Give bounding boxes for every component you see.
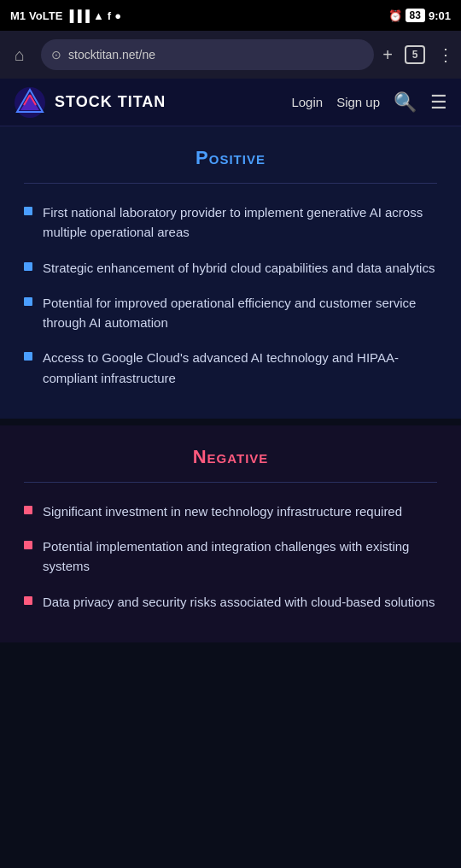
negative-title: Negative <box>24 446 437 468</box>
positive-item-4: Access to Google Cloud's advanced AI tec… <box>43 348 437 388</box>
browser-actions: + 5 ⋮ <box>382 44 454 65</box>
url-bar[interactable]: ⊙ stocktitan.net/ne <box>41 39 374 70</box>
list-item: Potential for improved operational effic… <box>24 293 437 333</box>
browser-bar: ⌂ ⊙ stocktitan.net/ne + 5 ⋮ <box>0 31 461 79</box>
nav-bar: STOCK TITAN Login Sign up 🔍 ☰ <box>0 79 461 126</box>
negative-bullet-list: Significant investment in new technology… <box>24 501 437 612</box>
url-text: stocktitan.net/ne <box>68 48 155 62</box>
list-item: Significant investment in new technology… <box>24 501 437 521</box>
positive-divider <box>24 183 437 184</box>
alarm-icon: ⏰ <box>388 9 402 22</box>
list-item: Potential implementation and integration… <box>24 537 437 577</box>
bullet-marker-icon <box>24 352 32 361</box>
negative-divider <box>24 482 437 483</box>
status-right: ⏰ 83 9:01 <box>388 9 451 22</box>
bullet-marker-neg-icon <box>24 541 32 549</box>
main-content: Positive First national laboratory provi… <box>0 126 461 642</box>
positive-title: Positive <box>24 147 437 169</box>
negative-section: Negative Significant investment in new t… <box>0 425 461 642</box>
facebook-icon: f <box>108 9 111 22</box>
nav-links: Login Sign up 🔍 ☰ <box>291 91 447 114</box>
brand-logo-icon <box>14 86 46 119</box>
bullet-marker-icon <box>24 262 32 271</box>
new-tab-button[interactable]: + <box>382 45 393 65</box>
status-left: M1 VoLTE ▐▐▐ ▲ f ● <box>10 9 121 22</box>
positive-bullet-list: First national laboratory provider to im… <box>24 202 437 388</box>
search-button[interactable]: 🔍 <box>394 91 417 114</box>
brand-name: STOCK TITAN <box>55 93 166 111</box>
carrier-label: M1 <box>10 9 26 22</box>
positive-item-3: Potential for improved operational effic… <box>43 293 437 333</box>
signal-icon: ▐▐▐ <box>66 9 90 22</box>
menu-button[interactable]: ☰ <box>430 91 447 114</box>
whatsapp-icon: ● <box>114 9 121 22</box>
volte-label: VoLTE <box>29 9 62 22</box>
positive-item-2: Strategic enhancement of hybrid cloud ca… <box>43 258 435 278</box>
home-button[interactable]: ⌂ <box>7 42 32 67</box>
bullet-marker-neg-icon <box>24 596 32 605</box>
login-link[interactable]: Login <box>291 95 323 109</box>
status-bar: M1 VoLTE ▐▐▐ ▲ f ● ⏰ 83 9:01 <box>0 0 461 31</box>
tab-count[interactable]: 5 <box>405 45 425 64</box>
positive-section: Positive First national laboratory provi… <box>0 126 461 419</box>
more-menu-button[interactable]: ⋮ <box>437 44 454 65</box>
signup-link[interactable]: Sign up <box>336 95 380 109</box>
bullet-marker-icon <box>24 297 32 306</box>
list-item: Access to Google Cloud's advanced AI tec… <box>24 348 437 388</box>
positive-item-1: First national laboratory provider to im… <box>43 202 437 243</box>
list-item: First national laboratory provider to im… <box>24 202 437 243</box>
negative-item-3: Data privacy and security risks associat… <box>43 592 435 612</box>
battery-label: 83 <box>406 9 425 22</box>
url-security-icon: ⊙ <box>51 48 61 62</box>
wifi-icon: ▲ <box>93 9 104 22</box>
list-item: Data privacy and security risks associat… <box>24 592 437 612</box>
nav-logo: STOCK TITAN <box>14 86 291 119</box>
negative-item-2: Potential implementation and integration… <box>43 537 437 577</box>
bullet-marker-icon <box>24 207 32 215</box>
list-item: Strategic enhancement of hybrid cloud ca… <box>24 258 437 278</box>
negative-item-1: Significant investment in new technology… <box>43 501 402 521</box>
bullet-marker-neg-icon <box>24 506 32 514</box>
time-label: 9:01 <box>429 9 451 22</box>
